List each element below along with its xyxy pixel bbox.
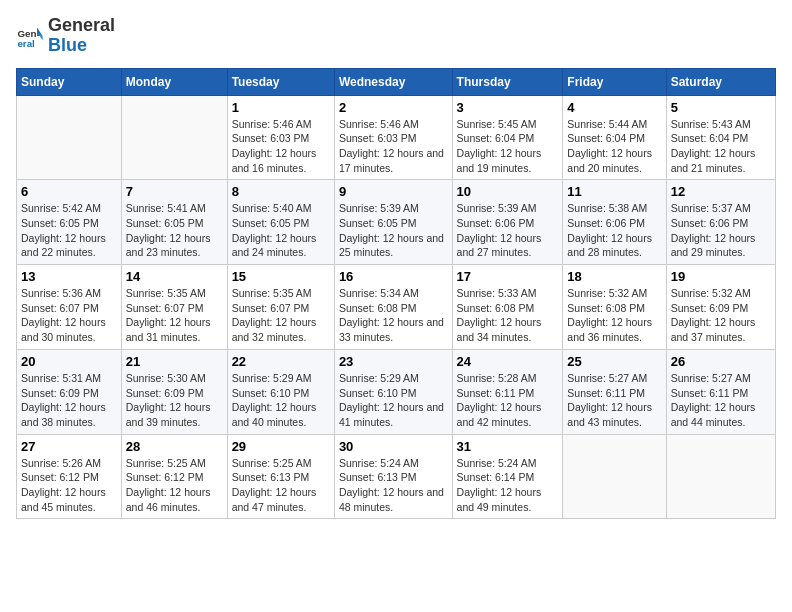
day-number: 22	[232, 354, 330, 369]
day-number: 27	[21, 439, 117, 454]
calendar-cell: 30Sunrise: 5:24 AMSunset: 6:13 PMDayligh…	[334, 434, 452, 519]
calendar-week-row: 6Sunrise: 5:42 AMSunset: 6:05 PMDaylight…	[17, 180, 776, 265]
day-info: Sunrise: 5:29 AMSunset: 6:10 PMDaylight:…	[339, 371, 448, 430]
day-info: Sunrise: 5:32 AMSunset: 6:09 PMDaylight:…	[671, 286, 771, 345]
day-number: 29	[232, 439, 330, 454]
day-number: 4	[567, 100, 661, 115]
weekday-header: Wednesday	[334, 68, 452, 95]
day-info: Sunrise: 5:44 AMSunset: 6:04 PMDaylight:…	[567, 117, 661, 176]
day-info: Sunrise: 5:35 AMSunset: 6:07 PMDaylight:…	[126, 286, 223, 345]
day-number: 8	[232, 184, 330, 199]
calendar-cell: 1Sunrise: 5:46 AMSunset: 6:03 PMDaylight…	[227, 95, 334, 180]
calendar-cell: 21Sunrise: 5:30 AMSunset: 6:09 PMDayligh…	[121, 349, 227, 434]
calendar-cell: 8Sunrise: 5:40 AMSunset: 6:05 PMDaylight…	[227, 180, 334, 265]
logo: Gen eral General Blue	[16, 16, 115, 56]
calendar-cell	[121, 95, 227, 180]
day-info: Sunrise: 5:24 AMSunset: 6:14 PMDaylight:…	[457, 456, 559, 515]
day-info: Sunrise: 5:36 AMSunset: 6:07 PMDaylight:…	[21, 286, 117, 345]
weekday-header: Friday	[563, 68, 666, 95]
day-info: Sunrise: 5:35 AMSunset: 6:07 PMDaylight:…	[232, 286, 330, 345]
day-info: Sunrise: 5:30 AMSunset: 6:09 PMDaylight:…	[126, 371, 223, 430]
day-number: 9	[339, 184, 448, 199]
calendar-cell: 26Sunrise: 5:27 AMSunset: 6:11 PMDayligh…	[666, 349, 775, 434]
calendar-cell: 27Sunrise: 5:26 AMSunset: 6:12 PMDayligh…	[17, 434, 122, 519]
day-info: Sunrise: 5:28 AMSunset: 6:11 PMDaylight:…	[457, 371, 559, 430]
day-info: Sunrise: 5:29 AMSunset: 6:10 PMDaylight:…	[232, 371, 330, 430]
calendar-cell: 19Sunrise: 5:32 AMSunset: 6:09 PMDayligh…	[666, 265, 775, 350]
calendar-cell: 11Sunrise: 5:38 AMSunset: 6:06 PMDayligh…	[563, 180, 666, 265]
day-info: Sunrise: 5:31 AMSunset: 6:09 PMDaylight:…	[21, 371, 117, 430]
calendar-cell: 24Sunrise: 5:28 AMSunset: 6:11 PMDayligh…	[452, 349, 563, 434]
svg-text:eral: eral	[17, 38, 35, 49]
day-number: 13	[21, 269, 117, 284]
weekday-header: Saturday	[666, 68, 775, 95]
calendar-cell: 9Sunrise: 5:39 AMSunset: 6:05 PMDaylight…	[334, 180, 452, 265]
day-info: Sunrise: 5:27 AMSunset: 6:11 PMDaylight:…	[671, 371, 771, 430]
calendar-cell: 31Sunrise: 5:24 AMSunset: 6:14 PMDayligh…	[452, 434, 563, 519]
calendar-cell: 3Sunrise: 5:45 AMSunset: 6:04 PMDaylight…	[452, 95, 563, 180]
logo-text: General Blue	[48, 16, 115, 56]
day-number: 26	[671, 354, 771, 369]
day-number: 12	[671, 184, 771, 199]
day-info: Sunrise: 5:32 AMSunset: 6:08 PMDaylight:…	[567, 286, 661, 345]
day-info: Sunrise: 5:42 AMSunset: 6:05 PMDaylight:…	[21, 201, 117, 260]
day-number: 15	[232, 269, 330, 284]
calendar-cell: 16Sunrise: 5:34 AMSunset: 6:08 PMDayligh…	[334, 265, 452, 350]
calendar-cell	[563, 434, 666, 519]
calendar-cell: 17Sunrise: 5:33 AMSunset: 6:08 PMDayligh…	[452, 265, 563, 350]
weekday-header: Monday	[121, 68, 227, 95]
day-info: Sunrise: 5:37 AMSunset: 6:06 PMDaylight:…	[671, 201, 771, 260]
day-info: Sunrise: 5:27 AMSunset: 6:11 PMDaylight:…	[567, 371, 661, 430]
calendar-cell: 14Sunrise: 5:35 AMSunset: 6:07 PMDayligh…	[121, 265, 227, 350]
day-number: 30	[339, 439, 448, 454]
calendar-cell: 29Sunrise: 5:25 AMSunset: 6:13 PMDayligh…	[227, 434, 334, 519]
calendar-cell: 10Sunrise: 5:39 AMSunset: 6:06 PMDayligh…	[452, 180, 563, 265]
calendar-week-row: 1Sunrise: 5:46 AMSunset: 6:03 PMDaylight…	[17, 95, 776, 180]
calendar-week-row: 13Sunrise: 5:36 AMSunset: 6:07 PMDayligh…	[17, 265, 776, 350]
weekday-header: Thursday	[452, 68, 563, 95]
day-number: 28	[126, 439, 223, 454]
day-info: Sunrise: 5:45 AMSunset: 6:04 PMDaylight:…	[457, 117, 559, 176]
day-info: Sunrise: 5:38 AMSunset: 6:06 PMDaylight:…	[567, 201, 661, 260]
day-info: Sunrise: 5:25 AMSunset: 6:12 PMDaylight:…	[126, 456, 223, 515]
day-info: Sunrise: 5:34 AMSunset: 6:08 PMDaylight:…	[339, 286, 448, 345]
calendar-cell: 13Sunrise: 5:36 AMSunset: 6:07 PMDayligh…	[17, 265, 122, 350]
day-number: 19	[671, 269, 771, 284]
calendar-table: SundayMondayTuesdayWednesdayThursdayFrid…	[16, 68, 776, 520]
day-number: 3	[457, 100, 559, 115]
calendar-cell	[666, 434, 775, 519]
calendar-cell: 15Sunrise: 5:35 AMSunset: 6:07 PMDayligh…	[227, 265, 334, 350]
calendar-cell: 20Sunrise: 5:31 AMSunset: 6:09 PMDayligh…	[17, 349, 122, 434]
calendar-cell: 28Sunrise: 5:25 AMSunset: 6:12 PMDayligh…	[121, 434, 227, 519]
calendar-cell: 23Sunrise: 5:29 AMSunset: 6:10 PMDayligh…	[334, 349, 452, 434]
day-number: 11	[567, 184, 661, 199]
day-number: 14	[126, 269, 223, 284]
calendar-cell: 12Sunrise: 5:37 AMSunset: 6:06 PMDayligh…	[666, 180, 775, 265]
day-number: 25	[567, 354, 661, 369]
day-number: 7	[126, 184, 223, 199]
calendar-cell	[17, 95, 122, 180]
day-number: 21	[126, 354, 223, 369]
day-number: 10	[457, 184, 559, 199]
calendar-week-row: 20Sunrise: 5:31 AMSunset: 6:09 PMDayligh…	[17, 349, 776, 434]
day-number: 23	[339, 354, 448, 369]
calendar-cell: 22Sunrise: 5:29 AMSunset: 6:10 PMDayligh…	[227, 349, 334, 434]
calendar-cell: 25Sunrise: 5:27 AMSunset: 6:11 PMDayligh…	[563, 349, 666, 434]
day-number: 31	[457, 439, 559, 454]
day-number: 20	[21, 354, 117, 369]
calendar-cell: 4Sunrise: 5:44 AMSunset: 6:04 PMDaylight…	[563, 95, 666, 180]
day-number: 24	[457, 354, 559, 369]
day-info: Sunrise: 5:24 AMSunset: 6:13 PMDaylight:…	[339, 456, 448, 515]
day-number: 5	[671, 100, 771, 115]
day-info: Sunrise: 5:25 AMSunset: 6:13 PMDaylight:…	[232, 456, 330, 515]
calendar-cell: 5Sunrise: 5:43 AMSunset: 6:04 PMDaylight…	[666, 95, 775, 180]
day-number: 16	[339, 269, 448, 284]
day-info: Sunrise: 5:41 AMSunset: 6:05 PMDaylight:…	[126, 201, 223, 260]
weekday-header: Tuesday	[227, 68, 334, 95]
day-info: Sunrise: 5:33 AMSunset: 6:08 PMDaylight:…	[457, 286, 559, 345]
day-number: 2	[339, 100, 448, 115]
weekday-header: Sunday	[17, 68, 122, 95]
calendar-cell: 2Sunrise: 5:46 AMSunset: 6:03 PMDaylight…	[334, 95, 452, 180]
day-number: 6	[21, 184, 117, 199]
day-info: Sunrise: 5:39 AMSunset: 6:06 PMDaylight:…	[457, 201, 559, 260]
